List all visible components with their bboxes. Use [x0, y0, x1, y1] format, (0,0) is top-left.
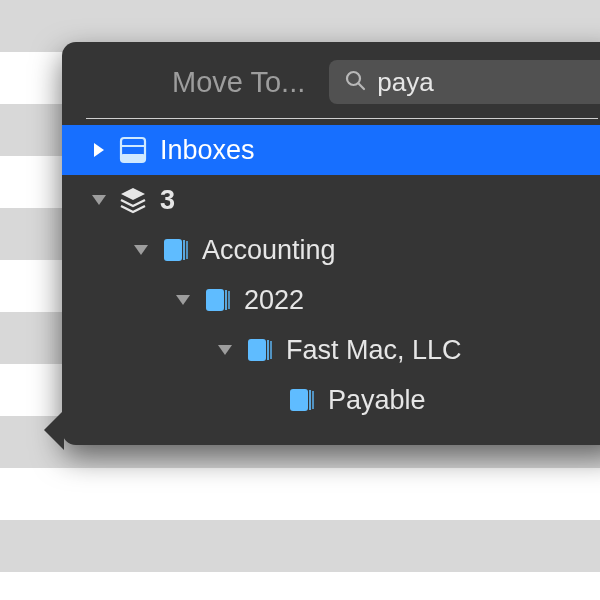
tree-row-label: Inboxes [160, 135, 255, 166]
search-icon [343, 68, 367, 96]
svg-rect-9 [164, 239, 182, 261]
disclosure-triangle-open-icon[interactable] [90, 193, 108, 207]
disclosure-triangle-closed-icon[interactable] [90, 142, 108, 158]
svg-line-1 [359, 84, 364, 89]
tree-row-label: 3 [160, 185, 175, 216]
svg-rect-15 [228, 291, 230, 309]
tree-row-2022[interactable]: 2022 [62, 275, 600, 325]
tree-row-label: Fast Mac, LLC [286, 335, 462, 366]
folder-icon [158, 235, 192, 265]
disclosure-triangle-open-icon[interactable] [174, 293, 192, 307]
tree-row-label: Accounting [202, 235, 336, 266]
svg-rect-17 [248, 339, 266, 361]
folder-icon [242, 335, 276, 365]
svg-marker-8 [134, 245, 148, 255]
svg-rect-5 [121, 154, 145, 162]
move-to-popover: Move To... [62, 42, 600, 445]
svg-marker-7 [121, 188, 145, 200]
svg-rect-21 [309, 390, 311, 410]
tree-row-label: 2022 [244, 285, 304, 316]
svg-rect-18 [267, 340, 269, 360]
folder-tree: Inboxes 3 [62, 119, 600, 425]
tree-row-accounting[interactable]: Accounting [62, 225, 600, 275]
svg-marker-16 [218, 345, 232, 355]
tree-row-group[interactable]: 3 [62, 175, 600, 225]
disclosure-triangle-open-icon[interactable] [132, 243, 150, 257]
svg-rect-22 [312, 391, 314, 409]
svg-marker-6 [92, 195, 106, 205]
svg-rect-20 [290, 389, 308, 411]
svg-rect-14 [225, 290, 227, 310]
tree-row-payable[interactable]: Payable [62, 375, 600, 425]
tree-row-label: Payable [328, 385, 426, 416]
inbox-icon [116, 135, 150, 165]
svg-rect-11 [186, 241, 188, 259]
search-input[interactable] [377, 67, 600, 98]
stack-icon [116, 185, 150, 215]
popover-header: Move To... [62, 60, 600, 118]
svg-rect-13 [206, 289, 224, 311]
svg-marker-12 [176, 295, 190, 305]
folder-icon [200, 285, 234, 315]
search-field-container[interactable] [329, 60, 600, 104]
tree-row-fast-mac-llc[interactable]: Fast Mac, LLC [62, 325, 600, 375]
disclosure-triangle-open-icon[interactable] [216, 343, 234, 357]
svg-rect-10 [183, 240, 185, 260]
svg-marker-2 [94, 143, 104, 157]
svg-rect-19 [270, 341, 272, 359]
folder-icon [284, 385, 318, 415]
tree-row-inboxes[interactable]: Inboxes [62, 125, 600, 175]
popover-title: Move To... [172, 66, 305, 99]
